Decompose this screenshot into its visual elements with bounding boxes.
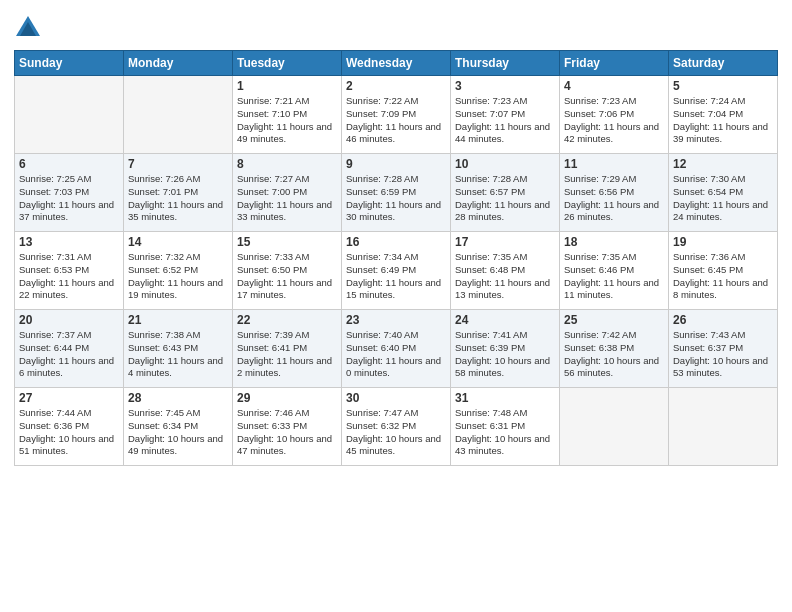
calendar-day-cell: 14Sunrise: 7:32 AMSunset: 6:52 PMDayligh… <box>124 232 233 310</box>
day-info: Sunrise: 7:33 AMSunset: 6:50 PMDaylight:… <box>237 251 337 302</box>
day-info: Sunrise: 7:40 AMSunset: 6:40 PMDaylight:… <box>346 329 446 380</box>
day-number: 1 <box>237 79 337 93</box>
day-info: Sunrise: 7:35 AMSunset: 6:46 PMDaylight:… <box>564 251 664 302</box>
calendar-day-cell: 25Sunrise: 7:42 AMSunset: 6:38 PMDayligh… <box>560 310 669 388</box>
day-number: 26 <box>673 313 773 327</box>
calendar-day-cell: 10Sunrise: 7:28 AMSunset: 6:57 PMDayligh… <box>451 154 560 232</box>
day-info: Sunrise: 7:32 AMSunset: 6:52 PMDaylight:… <box>128 251 228 302</box>
calendar-day-cell: 9Sunrise: 7:28 AMSunset: 6:59 PMDaylight… <box>342 154 451 232</box>
day-info: Sunrise: 7:45 AMSunset: 6:34 PMDaylight:… <box>128 407 228 458</box>
day-number: 15 <box>237 235 337 249</box>
calendar-day-cell <box>15 76 124 154</box>
calendar-day-cell: 1Sunrise: 7:21 AMSunset: 7:10 PMDaylight… <box>233 76 342 154</box>
calendar-day-cell: 11Sunrise: 7:29 AMSunset: 6:56 PMDayligh… <box>560 154 669 232</box>
weekday-header: Sunday <box>15 51 124 76</box>
day-number: 30 <box>346 391 446 405</box>
header <box>14 10 778 42</box>
calendar-day-cell <box>560 388 669 466</box>
calendar-day-cell: 28Sunrise: 7:45 AMSunset: 6:34 PMDayligh… <box>124 388 233 466</box>
calendar-day-cell: 19Sunrise: 7:36 AMSunset: 6:45 PMDayligh… <box>669 232 778 310</box>
calendar-day-cell: 31Sunrise: 7:48 AMSunset: 6:31 PMDayligh… <box>451 388 560 466</box>
calendar-day-cell <box>669 388 778 466</box>
calendar-day-cell: 15Sunrise: 7:33 AMSunset: 6:50 PMDayligh… <box>233 232 342 310</box>
calendar-day-cell <box>124 76 233 154</box>
day-number: 22 <box>237 313 337 327</box>
day-info: Sunrise: 7:23 AMSunset: 7:07 PMDaylight:… <box>455 95 555 146</box>
day-number: 18 <box>564 235 664 249</box>
day-number: 19 <box>673 235 773 249</box>
day-info: Sunrise: 7:28 AMSunset: 6:59 PMDaylight:… <box>346 173 446 224</box>
calendar-day-cell: 18Sunrise: 7:35 AMSunset: 6:46 PMDayligh… <box>560 232 669 310</box>
day-number: 3 <box>455 79 555 93</box>
calendar-day-cell: 27Sunrise: 7:44 AMSunset: 6:36 PMDayligh… <box>15 388 124 466</box>
day-info: Sunrise: 7:36 AMSunset: 6:45 PMDaylight:… <box>673 251 773 302</box>
calendar-day-cell: 22Sunrise: 7:39 AMSunset: 6:41 PMDayligh… <box>233 310 342 388</box>
calendar-day-cell: 30Sunrise: 7:47 AMSunset: 6:32 PMDayligh… <box>342 388 451 466</box>
day-info: Sunrise: 7:43 AMSunset: 6:37 PMDaylight:… <box>673 329 773 380</box>
calendar-header-row: SundayMondayTuesdayWednesdayThursdayFrid… <box>15 51 778 76</box>
day-number: 8 <box>237 157 337 171</box>
calendar-day-cell: 29Sunrise: 7:46 AMSunset: 6:33 PMDayligh… <box>233 388 342 466</box>
day-info: Sunrise: 7:30 AMSunset: 6:54 PMDaylight:… <box>673 173 773 224</box>
logo <box>14 14 46 42</box>
day-info: Sunrise: 7:35 AMSunset: 6:48 PMDaylight:… <box>455 251 555 302</box>
weekday-header: Thursday <box>451 51 560 76</box>
calendar-day-cell: 5Sunrise: 7:24 AMSunset: 7:04 PMDaylight… <box>669 76 778 154</box>
calendar-day-cell: 2Sunrise: 7:22 AMSunset: 7:09 PMDaylight… <box>342 76 451 154</box>
calendar-table: SundayMondayTuesdayWednesdayThursdayFrid… <box>14 50 778 466</box>
day-number: 16 <box>346 235 446 249</box>
weekday-header: Saturday <box>669 51 778 76</box>
day-number: 25 <box>564 313 664 327</box>
day-number: 6 <box>19 157 119 171</box>
calendar-day-cell: 26Sunrise: 7:43 AMSunset: 6:37 PMDayligh… <box>669 310 778 388</box>
calendar-day-cell: 3Sunrise: 7:23 AMSunset: 7:07 PMDaylight… <box>451 76 560 154</box>
calendar-day-cell: 16Sunrise: 7:34 AMSunset: 6:49 PMDayligh… <box>342 232 451 310</box>
day-number: 31 <box>455 391 555 405</box>
day-number: 12 <box>673 157 773 171</box>
day-info: Sunrise: 7:38 AMSunset: 6:43 PMDaylight:… <box>128 329 228 380</box>
day-number: 21 <box>128 313 228 327</box>
day-info: Sunrise: 7:47 AMSunset: 6:32 PMDaylight:… <box>346 407 446 458</box>
weekday-header: Friday <box>560 51 669 76</box>
day-number: 14 <box>128 235 228 249</box>
logo-icon <box>14 14 42 42</box>
day-info: Sunrise: 7:41 AMSunset: 6:39 PMDaylight:… <box>455 329 555 380</box>
day-info: Sunrise: 7:46 AMSunset: 6:33 PMDaylight:… <box>237 407 337 458</box>
day-number: 10 <box>455 157 555 171</box>
weekday-header: Wednesday <box>342 51 451 76</box>
calendar-day-cell: 8Sunrise: 7:27 AMSunset: 7:00 PMDaylight… <box>233 154 342 232</box>
day-info: Sunrise: 7:23 AMSunset: 7:06 PMDaylight:… <box>564 95 664 146</box>
calendar-day-cell: 7Sunrise: 7:26 AMSunset: 7:01 PMDaylight… <box>124 154 233 232</box>
weekday-header: Monday <box>124 51 233 76</box>
day-number: 27 <box>19 391 119 405</box>
page: SundayMondayTuesdayWednesdayThursdayFrid… <box>0 0 792 612</box>
calendar-day-cell: 17Sunrise: 7:35 AMSunset: 6:48 PMDayligh… <box>451 232 560 310</box>
calendar-week-row: 20Sunrise: 7:37 AMSunset: 6:44 PMDayligh… <box>15 310 778 388</box>
day-info: Sunrise: 7:27 AMSunset: 7:00 PMDaylight:… <box>237 173 337 224</box>
day-info: Sunrise: 7:21 AMSunset: 7:10 PMDaylight:… <box>237 95 337 146</box>
weekday-header: Tuesday <box>233 51 342 76</box>
day-number: 4 <box>564 79 664 93</box>
calendar-day-cell: 6Sunrise: 7:25 AMSunset: 7:03 PMDaylight… <box>15 154 124 232</box>
day-number: 23 <box>346 313 446 327</box>
day-number: 20 <box>19 313 119 327</box>
day-info: Sunrise: 7:42 AMSunset: 6:38 PMDaylight:… <box>564 329 664 380</box>
day-number: 24 <box>455 313 555 327</box>
calendar-day-cell: 13Sunrise: 7:31 AMSunset: 6:53 PMDayligh… <box>15 232 124 310</box>
day-info: Sunrise: 7:24 AMSunset: 7:04 PMDaylight:… <box>673 95 773 146</box>
day-number: 2 <box>346 79 446 93</box>
day-info: Sunrise: 7:37 AMSunset: 6:44 PMDaylight:… <box>19 329 119 380</box>
day-info: Sunrise: 7:25 AMSunset: 7:03 PMDaylight:… <box>19 173 119 224</box>
calendar-day-cell: 24Sunrise: 7:41 AMSunset: 6:39 PMDayligh… <box>451 310 560 388</box>
calendar-week-row: 1Sunrise: 7:21 AMSunset: 7:10 PMDaylight… <box>15 76 778 154</box>
calendar-day-cell: 20Sunrise: 7:37 AMSunset: 6:44 PMDayligh… <box>15 310 124 388</box>
day-info: Sunrise: 7:28 AMSunset: 6:57 PMDaylight:… <box>455 173 555 224</box>
calendar-week-row: 6Sunrise: 7:25 AMSunset: 7:03 PMDaylight… <box>15 154 778 232</box>
day-number: 5 <box>673 79 773 93</box>
calendar-week-row: 27Sunrise: 7:44 AMSunset: 6:36 PMDayligh… <box>15 388 778 466</box>
day-number: 9 <box>346 157 446 171</box>
calendar-day-cell: 21Sunrise: 7:38 AMSunset: 6:43 PMDayligh… <box>124 310 233 388</box>
day-info: Sunrise: 7:34 AMSunset: 6:49 PMDaylight:… <box>346 251 446 302</box>
calendar-day-cell: 4Sunrise: 7:23 AMSunset: 7:06 PMDaylight… <box>560 76 669 154</box>
day-number: 29 <box>237 391 337 405</box>
